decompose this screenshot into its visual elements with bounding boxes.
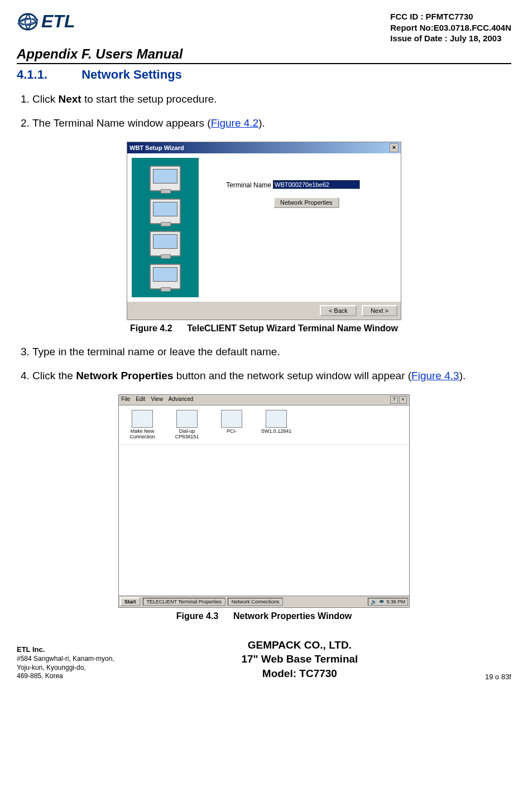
step4-bold: Network Properties: [76, 370, 173, 381]
fcc-id: FCC ID : PFMTC7730: [390, 11, 511, 22]
start-button[interactable]: Start: [120, 597, 141, 606]
step2-pre: The Terminal Name window appears (: [32, 117, 211, 129]
taskbar-item-terminal-properties[interactable]: TELECLIENT Terminal Properties: [143, 598, 225, 606]
section-number: 4.1.1.: [17, 67, 78, 82]
figure-4-3-link[interactable]: Figure 4.3: [411, 370, 459, 381]
page-header: ETL FCC ID : PFMTC7730 Report No:E03.071…: [17, 11, 511, 44]
steps-list-b: Type in the terminal name or leave the d…: [17, 345, 511, 383]
wbt-setup-wizard-window: WBT Setup Wizard × Terminal Name Network…: [127, 142, 401, 320]
etl-logo: ETL: [17, 11, 75, 32]
footer-company: ETL Inc.: [17, 645, 114, 655]
connection-icon: [221, 410, 242, 428]
globe-icon: [17, 12, 39, 31]
monitor-icon: [150, 231, 181, 257]
footer-addr1: #584 Sangwhal-ri, Kanam-myon,: [17, 655, 114, 664]
window-buttons: ? ×: [390, 396, 407, 404]
wizard-sidebar: [132, 158, 199, 297]
step1-post: to start the setup procedure.: [81, 93, 217, 105]
page-footer: ETL Inc. #584 Sangwhal-ri, Kanam-myon, Y…: [17, 638, 511, 681]
np-body: [119, 445, 409, 596]
step-2: The Terminal Name window appears (Figure…: [32, 116, 511, 130]
footer-center2: 17" Web Base Terminal: [241, 652, 358, 666]
sw-icon[interactable]: SW1.0.12841: [260, 410, 293, 440]
monitor-icon: [150, 264, 181, 289]
page-number: 19 o 83f: [485, 673, 511, 681]
menu-file[interactable]: File: [121, 396, 130, 404]
menu-view[interactable]: View: [151, 396, 163, 404]
header-meta: FCC ID : PFMTC7730 Report No:E03.0718.FC…: [390, 11, 511, 44]
connection-icon: [132, 410, 153, 428]
appendix-title: Appendix F. Users Manual: [17, 46, 511, 62]
wizard-titlebar: WBT Setup Wizard ×: [127, 142, 401, 153]
section-title: Network Settings: [81, 67, 182, 81]
monitor-icon: [150, 166, 181, 191]
fig42-text: TeleCLIENT Setup Wizard Terminal Name Wi…: [187, 323, 398, 333]
dialup-icon[interactable]: Dial-up CP838151: [170, 410, 204, 440]
np-icon-row: Make New Connection Dial-up CP838151 PCI…: [119, 405, 409, 445]
fig43-text: Network Properties Window: [233, 611, 352, 621]
system-tray: 🔊 💻 5:36 PM: [368, 598, 408, 606]
np-menubar: File Edit View Advanced ? ×: [119, 395, 409, 405]
sw-label: SW1.0.12841: [260, 429, 293, 434]
fig42-num: Figure 4.2: [130, 323, 172, 333]
wizard-body: Terminal Name Network Properties: [127, 153, 401, 302]
issue-date: Issue of Date : July 18, 2003: [390, 33, 511, 44]
figure-4-3-caption: Figure 4.3 Network Properties Window: [17, 611, 511, 621]
np-taskbar: Start TELECLIENT Terminal Properties Net…: [119, 596, 409, 607]
wizard-footer: < Back Next >: [127, 302, 401, 320]
step-3: Type in the terminal name or leave the d…: [32, 345, 511, 359]
close-icon[interactable]: ×: [399, 396, 407, 404]
connection-icon: [266, 410, 287, 428]
step4-pre: Click the: [32, 370, 76, 381]
network-properties-button[interactable]: Network Properties: [273, 197, 339, 208]
help-icon[interactable]: ?: [390, 396, 398, 404]
back-button[interactable]: < Back: [320, 305, 357, 316]
monitor-icon: [150, 199, 181, 224]
step4-post: ).: [459, 370, 466, 381]
report-no: Report No:E03.0718.FCC.404N: [390, 22, 511, 33]
dialup-label: Dial-up CP838151: [170, 429, 204, 440]
tray-icon: 🔊: [371, 599, 377, 605]
next-button[interactable]: Next >: [362, 305, 397, 316]
terminal-name-label: Terminal Name: [210, 181, 271, 189]
footer-center1: GEMPACK CO., LTD.: [241, 638, 358, 652]
terminal-name-input[interactable]: [273, 180, 360, 189]
menu-advanced[interactable]: Advanced: [169, 396, 193, 404]
step2-post: ).: [258, 117, 265, 129]
fig43-num: Figure 4.3: [176, 611, 219, 621]
make-new-label: Make New Connection: [126, 429, 159, 440]
connection-icon: [176, 410, 198, 428]
close-icon[interactable]: ×: [390, 143, 399, 152]
figure-4-2: WBT Setup Wizard × Terminal Name Network…: [17, 142, 511, 320]
logo-text: ETL: [41, 11, 75, 32]
tray-icon: 💻: [378, 599, 385, 605]
step1-pre: Click: [32, 93, 58, 105]
step4-mid: button and the network setup window will…: [173, 370, 411, 381]
footer-center3: Model: TC7730: [241, 666, 358, 681]
taskbar-item-network-connections[interactable]: Network Connections: [228, 598, 284, 606]
header-rule: [17, 63, 511, 64]
figure-4-2-link[interactable]: Figure 4.2: [211, 117, 259, 129]
wizard-title: WBT Setup Wizard: [129, 144, 184, 151]
section-heading: 4.1.1. Network Settings: [17, 67, 511, 82]
footer-addr2: Yoju-kun, Kyounggi-do,: [17, 664, 114, 673]
menu-edit[interactable]: Edit: [136, 396, 145, 404]
steps-list-a: Click Next to start the setup procedure.…: [17, 92, 511, 130]
pci-label: PCI-: [215, 429, 248, 434]
step1-bold: Next: [58, 93, 81, 105]
wizard-main: Terminal Name Network Properties: [199, 158, 396, 297]
step-1: Click Next to start the setup procedure.: [32, 92, 511, 107]
make-new-connection-icon[interactable]: Make New Connection: [126, 410, 159, 440]
figure-4-2-caption: Figure 4.2 TeleCLIENT Setup Wizard Termi…: [17, 323, 511, 334]
figure-4-3: File Edit View Advanced ? × Make New Con…: [17, 394, 511, 608]
footer-center: GEMPACK CO., LTD. 17" Web Base Terminal …: [241, 638, 358, 681]
pci-icon[interactable]: PCI-: [215, 410, 248, 440]
clock: 5:36 PM: [386, 599, 405, 605]
footer-addr3: 469-885, Korea: [17, 672, 114, 681]
step-4: Click the Network Properties button and …: [32, 369, 511, 383]
network-properties-window: File Edit View Advanced ? × Make New Con…: [118, 394, 410, 608]
footer-left: ETL Inc. #584 Sangwhal-ri, Kanam-myon, Y…: [17, 645, 114, 681]
